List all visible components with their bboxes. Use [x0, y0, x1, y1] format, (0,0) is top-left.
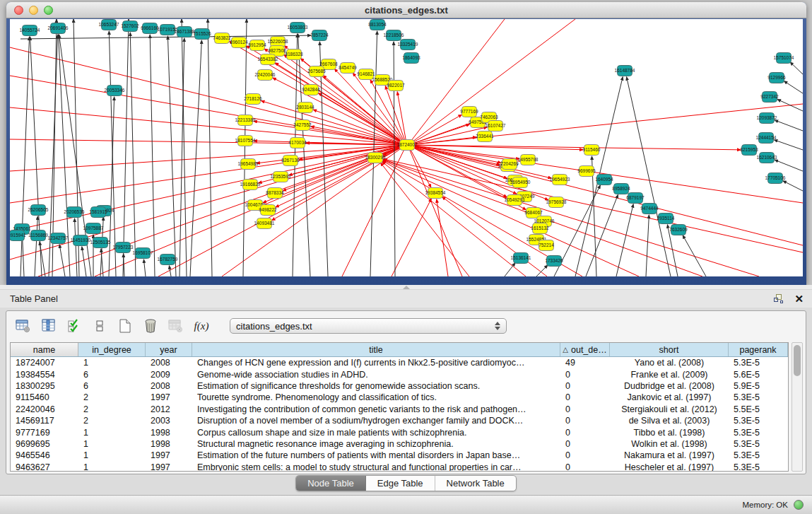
graph-node[interactable]: 9474444	[640, 204, 659, 214]
table-cell[interactable]: 9777169	[11, 428, 78, 438]
table-cell[interactable]: 0	[560, 462, 610, 472]
table-row[interactable]: 1938455462009Genome-wide association stu…	[11, 368, 788, 380]
graph-node[interactable]: 20053346	[105, 86, 125, 96]
graph-node[interactable]: 16954950	[510, 177, 531, 188]
graph-node[interactable]: 7515526	[193, 29, 211, 40]
table-cell[interactable]: Tourette syndrome. Phenomenology and cla…	[192, 392, 560, 402]
table-cell[interactable]: de Silva et al. (2003)	[610, 416, 729, 426]
tab-network-table[interactable]: Network Table	[435, 476, 516, 491]
graph-node[interactable]: 14671388	[175, 27, 195, 37]
graph-node[interactable]: 14055724	[20, 25, 40, 36]
graph-node[interactable]: 1640954	[595, 175, 613, 185]
graph-node[interactable]: 1733426	[545, 256, 563, 267]
table-select-dropdown[interactable]: citations_edges.txt	[230, 318, 507, 334]
table-mode-icon[interactable]	[13, 316, 33, 336]
graph-node[interactable]: 19756928	[546, 197, 567, 208]
table-cell[interactable]: Nakamura et al. (1997)	[610, 450, 729, 460]
graph-node[interactable]: 16958107	[133, 248, 153, 259]
table-cell[interactable]: 1	[78, 439, 146, 449]
table-row[interactable]: 911546021997Tourette syndrome. Phenomeno…	[11, 392, 788, 403]
table-cell[interactable]: 0	[560, 404, 610, 414]
graph-node[interactable]: 10653247	[99, 20, 119, 30]
column-header-out_de[interactable]: △out_de…	[560, 343, 610, 356]
table-cell[interactable]: 5.3E-5	[729, 428, 788, 438]
table-cell[interactable]: 19384554	[11, 370, 78, 380]
table-cell[interactable]: 1	[78, 358, 146, 368]
graph-node[interactable]: 12342757	[48, 233, 69, 244]
float-window-icon[interactable]	[774, 294, 783, 303]
graph-node[interactable]: 12218506	[384, 30, 404, 41]
column-header-year[interactable]: year	[146, 343, 192, 356]
tab-edge-table[interactable]: Edge Table	[366, 476, 435, 491]
graph-node[interactable]: 9498222	[259, 205, 277, 216]
graph-node[interactable]: 8813054	[368, 20, 387, 30]
graph-node[interactable]: 19166829	[240, 180, 261, 190]
graph-node[interactable]: 9822017	[387, 81, 405, 91]
table-cell[interactable]: 22420046	[11, 404, 78, 414]
table-cell[interactable]: Hescheler et al. (1997)	[610, 462, 729, 472]
table-cell[interactable]: 2008	[146, 358, 192, 368]
graph-node[interactable]: 752214	[539, 240, 554, 251]
graph-node[interactable]: 20206536	[64, 207, 85, 218]
column-header-in_degree[interactable]: in_degree	[78, 343, 146, 356]
column-header-name[interactable]: name	[11, 343, 78, 356]
table-cell[interactable]: 2	[78, 416, 146, 426]
graph-node[interactable]: 7204269	[500, 159, 519, 170]
table-cell[interactable]: 9115460	[11, 392, 78, 402]
table-row[interactable]: 946362711997Embryonic stem cells: a mode…	[11, 462, 788, 472]
table-cell[interactable]: 1997	[146, 450, 192, 460]
create-column-icon[interactable]	[115, 316, 135, 336]
column-header-short[interactable]: short	[610, 343, 729, 356]
table-cell[interactable]: 5.3E-5	[729, 462, 788, 472]
table-cell[interactable]: Estimation of the future numbers of pati…	[192, 450, 560, 460]
table-cell[interactable]: 6	[78, 381, 146, 391]
scrollbar-thumb[interactable]	[794, 345, 801, 376]
table-cell[interactable]: 5.6E-5	[729, 370, 788, 380]
graph-node[interactable]: 8454749	[339, 63, 357, 74]
graph-node[interactable]: 1864093	[402, 53, 420, 64]
graph-node[interactable]: 11451930	[71, 235, 91, 246]
graph-node[interactable]: 22420046	[255, 70, 276, 81]
table-cell[interactable]: 5.9E-5	[729, 381, 788, 391]
graph-node[interactable]: 7857224	[310, 30, 329, 41]
table-cell[interactable]: 6	[78, 370, 146, 380]
table-cell[interactable]: 5.3E-5	[729, 439, 788, 449]
table-cell[interactable]: 2009	[146, 370, 192, 380]
graph-node[interactable]: 18107554	[235, 136, 256, 146]
graph-node[interactable]: 6879197	[626, 193, 645, 204]
table-cell[interactable]: 2003	[146, 416, 192, 426]
table-cell[interactable]: 1	[78, 450, 146, 460]
graph-node[interactable]: 8960124	[230, 37, 248, 48]
table-cell[interactable]: 0	[560, 381, 610, 391]
graph-node[interactable]: 2336441	[476, 132, 494, 142]
graph-node[interactable]: 16543382	[258, 54, 278, 65]
table-cell[interactable]: Disruption of a novel member of a sodium…	[192, 416, 560, 426]
table-cell[interactable]: Tibbo et al. (1998)	[610, 428, 729, 438]
graph-node[interactable]: 7632609	[669, 225, 688, 235]
minimize-window-icon[interactable]	[29, 6, 38, 15]
table-cell[interactable]: 0	[560, 450, 610, 460]
tab-node-table[interactable]: Node Table	[296, 476, 366, 491]
graph-node[interactable]: 3427552	[293, 120, 312, 131]
table-cell[interactable]: 2	[78, 392, 146, 402]
close-panel-icon[interactable]: ✕	[794, 294, 804, 303]
graph-node[interactable]: 10975887	[83, 223, 104, 234]
network-svg[interactable]: 1872400774638228960124891295415226058982…	[10, 19, 803, 276]
delete-column-icon[interactable]	[141, 316, 160, 336]
graph-node[interactable]: 18724007	[397, 140, 418, 151]
table-cell[interactable]: Embryonic stem cells: a model to study s…	[192, 462, 560, 472]
table-cell[interactable]: Genome-wide association studies in ADHD.	[192, 370, 560, 380]
table-cell[interactable]: Jankovic et al. (1997)	[610, 392, 729, 402]
table-cell[interactable]: Corpus callosum shape and size in male p…	[192, 428, 560, 438]
graph-node[interactable]: 1615132	[531, 223, 549, 234]
table-cell[interactable]: 9463627	[11, 462, 78, 472]
graph-node[interactable]: 9699695	[577, 166, 596, 177]
graph-node[interactable]: 18300295	[365, 153, 386, 163]
table-cell[interactable]: 2012	[146, 404, 192, 414]
table-cell[interactable]: Wolkin et al. (1998)	[610, 439, 729, 449]
window-titlebar[interactable]: citations_edges.txt	[6, 2, 806, 18]
graph-node[interactable]: 2718126	[244, 94, 262, 105]
table-cell[interactable]: 0	[560, 416, 610, 426]
graph-node[interactable]: 26206505	[28, 205, 49, 216]
graph-node[interactable]: 8215953	[740, 145, 758, 156]
